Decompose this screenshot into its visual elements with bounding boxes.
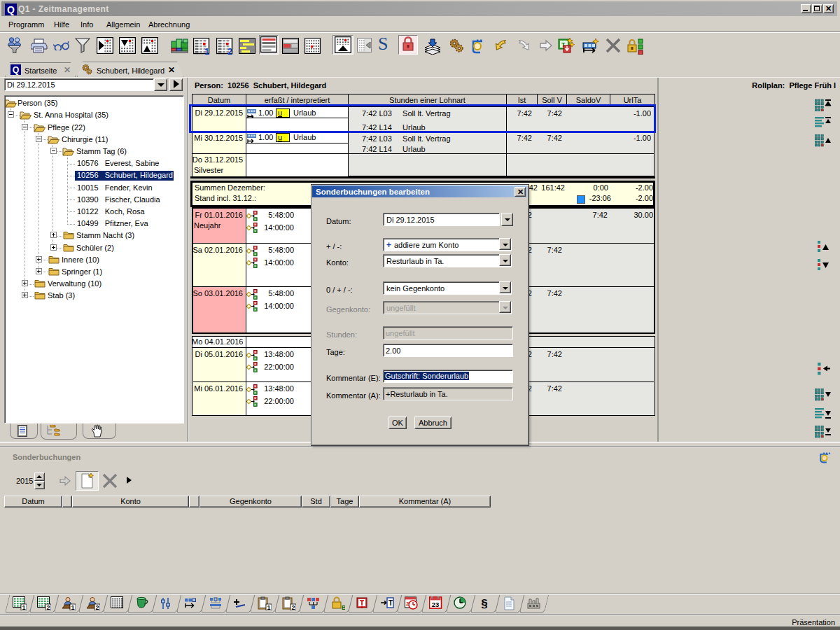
svg-text:Q: Q xyxy=(7,4,15,15)
svg-text:§: § xyxy=(481,597,487,610)
svg-text:1: 1 xyxy=(267,604,270,610)
svg-text:1: 1 xyxy=(204,47,209,55)
svg-text:2: 2 xyxy=(95,604,99,610)
svg-text:2: 2 xyxy=(46,604,50,610)
svg-text:23: 23 xyxy=(432,601,440,608)
svg-text:1: 1 xyxy=(22,604,25,610)
svg-text:T: T xyxy=(388,599,393,607)
svg-text:2: 2 xyxy=(227,47,232,55)
svg-text:1: 1 xyxy=(71,604,74,610)
svg-text:B: B xyxy=(342,604,345,610)
svg-text:2: 2 xyxy=(291,604,295,610)
svg-text:Q: Q xyxy=(13,65,20,75)
svg-text:2: 2 xyxy=(406,601,410,607)
